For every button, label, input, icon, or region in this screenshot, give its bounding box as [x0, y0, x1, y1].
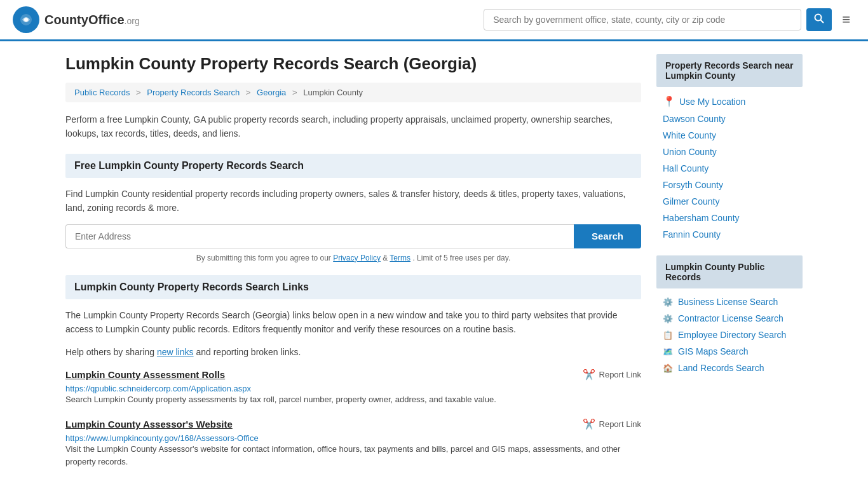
breadcrumb-property-records-search[interactable]: Property Records Search [147, 88, 240, 97]
county-link-0[interactable]: Dawson County [663, 114, 726, 124]
employee-directory-link[interactable]: Employee Directory Search [678, 330, 786, 340]
breadcrumb-lumpkin-county: Lumpkin County [303, 88, 363, 97]
sidebar: Property Records Search near Lumpkin Cou… [656, 54, 803, 480]
free-search-heading: Free Lumpkin County Property Records Sea… [65, 154, 641, 178]
header-search-button[interactable] [806, 8, 832, 31]
sidebar-public-2: 📋 Employee Directory Search [656, 327, 803, 343]
link-url-1[interactable]: https://www.lumpkincounty.gov/168/Assess… [65, 433, 259, 443]
link-desc-0: Search Lumpkin County property assessmen… [65, 393, 641, 406]
breadcrumb-georgia[interactable]: Georgia [257, 88, 286, 97]
nearby-heading: Property Records Search near Lumpkin Cou… [656, 54, 803, 87]
sidebar-public-4: 🏠 Land Records Search [656, 360, 803, 376]
public-records-section: Lumpkin County Public Records ⚙️ Busines… [656, 255, 803, 376]
header-search-area: ≡ [484, 8, 855, 31]
county-link-5[interactable]: Gilmer County [663, 196, 719, 207]
county-link-7[interactable]: Fannin County [663, 229, 721, 240]
gis-maps-link[interactable]: GIS Maps Search [678, 346, 749, 356]
sidebar-county-7: Fannin County [656, 226, 803, 243]
breadcrumb-public-records[interactable]: Public Records [74, 88, 130, 97]
content-area: Lumpkin County Property Records Search (… [65, 54, 641, 480]
use-location-link[interactable]: Use My Location [679, 97, 745, 107]
sidebar-public-1: ⚙️ Contractor License Search [656, 310, 803, 327]
gis-maps-icon: 🗺️ [663, 347, 673, 356]
link-item-1: Lumpkin County Assessor's Website ✂️ Rep… [65, 418, 641, 468]
hamburger-menu-button[interactable]: ≡ [837, 9, 855, 30]
location-icon: 📍 [663, 95, 675, 107]
links-section-desc: The Lumpkin County Property Records Sear… [65, 308, 641, 337]
link-url-0[interactable]: https://qpublic.schneidercorp.com/Applic… [65, 384, 251, 393]
nearby-section: Property Records Search near Lumpkin Cou… [656, 54, 803, 243]
logo-text: CountyOffice.org [44, 13, 140, 27]
svg-point-3 [815, 15, 822, 21]
new-links-link[interactable]: new links [157, 347, 194, 357]
report-icon-0: ✂️ [583, 369, 595, 381]
free-search-desc: Find Lumpkin County residential property… [65, 187, 641, 215]
county-link-4[interactable]: Forsyth County [663, 180, 723, 190]
sidebar-public-0: ⚙️ Business License Search [656, 294, 803, 310]
sidebar-county-6: Habersham County [656, 210, 803, 226]
report-icon-1: ✂️ [583, 418, 595, 430]
link-desc-1: Visit the Lumpkin County Assessor's webs… [65, 443, 641, 468]
sharing-text: Help others by sharing new links and rep… [65, 345, 641, 359]
county-link-3[interactable]: Hall County [663, 163, 709, 173]
land-records-icon: 🏠 [663, 363, 673, 373]
terms-link[interactable]: Terms [390, 254, 410, 262]
business-license-link[interactable]: Business License Search [678, 297, 778, 307]
sidebar-public-3: 🗺️ GIS Maps Search [656, 343, 803, 360]
header: CountyOffice.org ≡ [0, 0, 868, 41]
contractor-license-icon: ⚙️ [663, 314, 673, 323]
logo-icon [13, 6, 39, 33]
address-search-button[interactable]: Search [574, 224, 641, 248]
sidebar-county-5: Gilmer County [656, 193, 803, 210]
link-item-0: Lumpkin County Assessment Rolls ✂️ Repor… [65, 369, 641, 406]
svg-line-4 [821, 20, 824, 24]
public-records-heading: Lumpkin County Public Records [656, 255, 803, 288]
contractor-license-link[interactable]: Contractor License Search [678, 313, 783, 323]
county-link-2[interactable]: Union County [663, 147, 717, 157]
svg-point-2 [24, 18, 28, 22]
breadcrumb: Public Records > Property Records Search… [65, 83, 641, 102]
header-search-input[interactable] [484, 9, 801, 30]
intro-text: Perform a free Lumpkin County, GA public… [65, 112, 641, 141]
county-link-6[interactable]: Habersham County [663, 213, 740, 223]
use-location-item: 📍 Use My Location [656, 92, 803, 111]
sidebar-county-0: Dawson County [656, 111, 803, 127]
employee-directory-icon: 📋 [663, 330, 673, 340]
link-title-1[interactable]: Lumpkin County Assessor's Website [65, 419, 233, 430]
link-title-0[interactable]: Lumpkin County Assessment Rolls [65, 369, 225, 380]
sidebar-county-4: Forsyth County [656, 177, 803, 193]
page-title: Lumpkin County Property Records Search (… [65, 54, 641, 74]
form-disclaimer: By submitting this form you agree to our… [65, 254, 641, 262]
report-link-btn-0[interactable]: ✂️ Report Link [583, 369, 641, 381]
land-records-link[interactable]: Land Records Search [678, 363, 764, 373]
main-container: Lumpkin County Property Records Search (… [53, 41, 815, 488]
address-search-input[interactable] [65, 224, 574, 248]
business-license-icon: ⚙️ [663, 297, 673, 307]
address-search-form: Search [65, 224, 641, 248]
logo-area: CountyOffice.org [13, 6, 140, 33]
sidebar-county-2: Union County [656, 144, 803, 160]
county-link-1[interactable]: White County [663, 130, 716, 140]
report-link-btn-1[interactable]: ✂️ Report Link [583, 418, 641, 430]
sidebar-county-3: Hall County [656, 160, 803, 177]
privacy-policy-link[interactable]: Privacy Policy [333, 254, 381, 262]
links-section-heading: Lumpkin County Property Records Search L… [65, 275, 641, 299]
sidebar-county-1: White County [656, 127, 803, 144]
